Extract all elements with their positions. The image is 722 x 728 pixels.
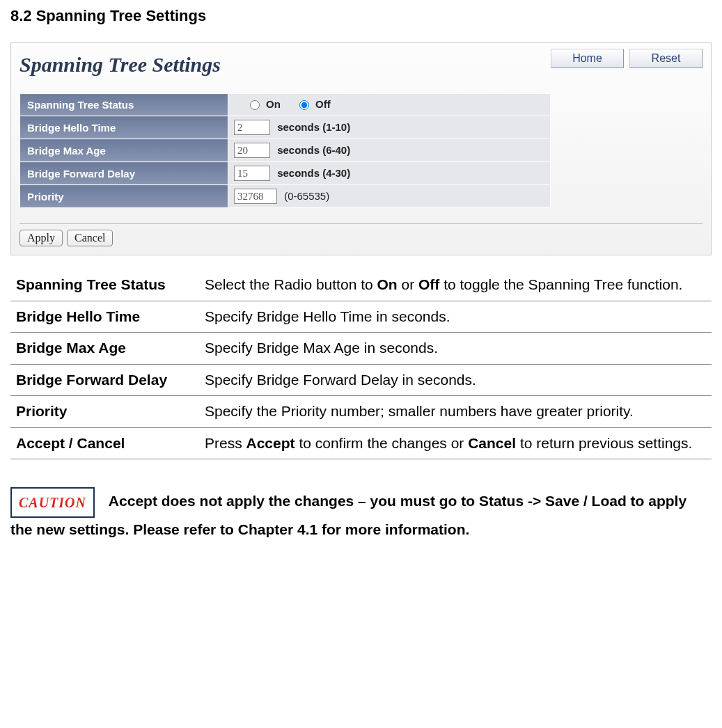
table-row: Spanning Tree StatusSelect the Radio but…: [10, 269, 712, 301]
row-bridge-forward-delay: Bridge Forward Delay seconds (4-30): [20, 162, 551, 185]
section-heading: 8.2 Spanning Tree Settings: [10, 7, 712, 25]
desc-text: Select the Radio button to On or Off to …: [199, 269, 712, 301]
value-priority: (0-65535): [228, 185, 551, 208]
label-bridge-forward-delay: Bridge Forward Delay: [20, 162, 228, 185]
caution-icon: CAUTION: [19, 495, 86, 510]
radio-off[interactable]: [299, 100, 309, 110]
value-spanning-tree-status: On Off: [228, 94, 551, 116]
desc-keyword: Off: [418, 276, 439, 292]
radio-off-label: Off: [315, 98, 331, 110]
panel-divider: [19, 223, 703, 224]
desc-text: Press Accept to confirm the changes or C…: [199, 427, 712, 459]
desc-label: Spanning Tree Status: [10, 269, 199, 301]
caution-block: CAUTION Accept does not apply the change…: [10, 487, 712, 541]
home-button[interactable]: Home: [551, 49, 624, 68]
desc-label: Bridge Forward Delay: [10, 364, 199, 396]
panel-button-group: Home Reset: [551, 49, 703, 68]
row-bridge-max-age: Bridge Max Age seconds (6-40): [20, 139, 551, 162]
desc-fragment: to confirm the changes or: [295, 435, 469, 451]
desc-text: Specify the Priority number; smaller num…: [199, 396, 712, 428]
label-spanning-tree-status: Spanning Tree Status: [20, 94, 228, 116]
panel-title: Spanning Tree Settings: [19, 49, 221, 77]
table-row: Bridge Forward DelaySpecify Bridge Forwa…: [10, 364, 712, 396]
suffix-priority: (0-65535): [284, 190, 329, 202]
desc-label: Bridge Max Age: [10, 333, 199, 365]
label-bridge-hello-time: Bridge Hello Time: [20, 116, 228, 139]
desc-fragment: to return previous settings.: [516, 435, 692, 451]
caution-badge: CAUTION: [10, 487, 95, 518]
value-bridge-forward-delay: seconds (4-30): [228, 162, 551, 185]
radio-on[interactable]: [250, 100, 260, 110]
label-priority: Priority: [20, 185, 228, 208]
desc-keyword: Cancel: [468, 435, 516, 451]
desc-fragment: Specify Bridge Forward Delay in seconds.: [205, 372, 476, 388]
label-bridge-max-age: Bridge Max Age: [20, 139, 228, 162]
desc-label: Bridge Hello Time: [10, 301, 199, 333]
desc-fragment: Specify Bridge Max Age in seconds.: [205, 340, 438, 356]
reset-button[interactable]: Reset: [629, 49, 703, 68]
panel-footer-buttons: Apply Cancel: [19, 230, 703, 246]
desc-fragment: or: [398, 276, 418, 292]
table-row: Accept / CancelPress Accept to confirm t…: [10, 427, 712, 459]
description-table: Spanning Tree StatusSelect the Radio but…: [10, 269, 712, 459]
value-bridge-max-age: seconds (6-40): [228, 139, 551, 162]
radio-on-label: On: [266, 98, 281, 110]
radio-on-wrap: On: [246, 98, 281, 110]
desc-text: Specify Bridge Max Age in seconds.: [199, 333, 712, 365]
desc-text: Specify Bridge Hello Time in seconds.: [199, 301, 712, 333]
settings-panel: Spanning Tree Settings Home Reset Spanni…: [10, 42, 712, 255]
desc-text: Specify Bridge Forward Delay in seconds.: [199, 364, 712, 396]
table-row: Bridge Hello TimeSpecify Bridge Hello Ti…: [10, 301, 712, 333]
table-row: PrioritySpecify the Priority number; sma…: [10, 396, 712, 428]
table-row: Bridge Max AgeSpecify Bridge Max Age in …: [10, 333, 712, 365]
input-bridge-forward-delay[interactable]: [234, 166, 270, 181]
suffix-bridge-max-age: seconds (6-40): [277, 144, 350, 156]
desc-fragment: Select the Radio button to: [205, 276, 377, 292]
desc-fragment: Specify Bridge Hello Time in seconds.: [205, 308, 450, 324]
settings-table: Spanning Tree Status On Off Bridge Hello…: [19, 93, 551, 208]
value-bridge-hello-time: seconds (1-10): [228, 116, 551, 139]
input-priority[interactable]: [234, 189, 277, 204]
desc-keyword: Accept: [246, 435, 295, 451]
row-priority: Priority (0-65535): [20, 185, 551, 208]
apply-button[interactable]: Apply: [19, 230, 63, 246]
desc-keyword: On: [377, 276, 398, 292]
suffix-bridge-hello-time: seconds (1-10): [277, 121, 350, 133]
desc-fragment: Press: [205, 435, 246, 451]
desc-fragment: to toggle the Spanning Tree function.: [439, 276, 682, 292]
input-bridge-max-age[interactable]: [234, 143, 270, 158]
suffix-bridge-forward-delay: seconds (4-30): [277, 167, 350, 179]
input-bridge-hello-time[interactable]: [234, 120, 270, 135]
caution-message: Accept does not apply the changes – you …: [10, 493, 686, 537]
desc-label: Priority: [10, 396, 199, 428]
row-bridge-hello-time: Bridge Hello Time seconds (1-10): [20, 116, 551, 139]
row-spanning-tree-status: Spanning Tree Status On Off: [20, 94, 551, 116]
desc-fragment: Specify the Priority number; smaller num…: [205, 403, 634, 419]
cancel-button[interactable]: Cancel: [67, 230, 113, 246]
desc-label: Accept / Cancel: [10, 427, 199, 459]
panel-header: Spanning Tree Settings Home Reset: [19, 49, 703, 77]
radio-off-wrap: Off: [296, 98, 331, 110]
